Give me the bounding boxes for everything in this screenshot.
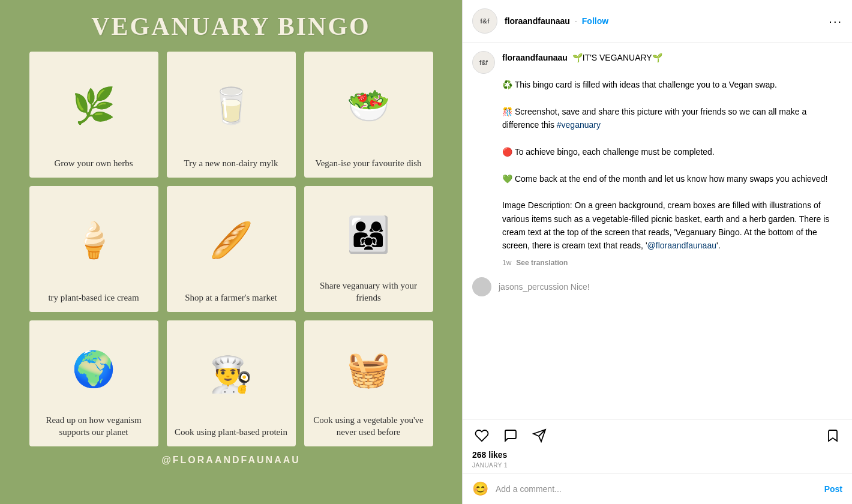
bingo-panel: VEGANUARY BINGO 🌿Grow your own herbs🥛Try…	[0, 0, 462, 504]
more-options-button[interactable]: ···	[829, 14, 842, 28]
cell-share: 👨‍👩‍👧Share veganuary with your friends	[304, 186, 433, 312]
caption-username[interactable]: floraandfaunaau	[502, 53, 568, 62]
cell-protein-label: Cook using plant-based protein	[175, 427, 287, 439]
share-button[interactable]	[530, 426, 549, 445]
post-comment-button[interactable]: Post	[824, 484, 842, 494]
cell-veganise-label: Vegan-ise your favourite dish	[315, 158, 421, 170]
comment-input-row: 😊 Post	[463, 473, 852, 504]
caption-body: floraandfaunaau 🌱IT'S VEGANUARY🌱 ♻️ This…	[502, 51, 842, 269]
post-content: f&f floraandfaunaau 🌱IT'S VEGANUARY🌱 ♻️ …	[463, 43, 852, 419]
cell-herbs: 🌿Grow your own herbs	[29, 52, 158, 178]
cell-protein-emoji: 👨‍🍳	[209, 357, 253, 392]
see-translation-button[interactable]: See translation	[516, 257, 568, 269]
comment-input[interactable]	[496, 484, 817, 494]
cell-planet-emoji: 🌍	[72, 352, 115, 386]
cell-planet: 🌍Read up on how veganism supports our pl…	[29, 320, 158, 446]
cell-icecream-illustration: 🍦	[35, 192, 152, 289]
cell-share-illustration: 👨‍👩‍👧	[310, 192, 427, 277]
cell-vegetable-label: Cook using a vegetable you've never used…	[310, 415, 427, 438]
caption-time-row: 1w See translation	[502, 257, 842, 269]
caption-row: f&f floraandfaunaau 🌱IT'S VEGANUARY🌱 ♻️ …	[472, 51, 842, 269]
cell-market-emoji: 🥖	[209, 223, 253, 257]
post-date: JANUARY 1	[472, 462, 842, 469]
caption-text: 🌱IT'S VEGANUARY🌱 ♻️ This bingo card is f…	[502, 53, 832, 250]
cell-icecream: 🍦try plant-based ice cream	[29, 186, 158, 312]
bingo-footer: @FLORAANDFAUNAAU	[161, 455, 301, 466]
emoji-picker-button[interactable]: 😊	[472, 481, 488, 497]
cell-protein: 👨‍🍳Cook using plant-based protein	[167, 320, 296, 446]
cell-veganise: 🥗Vegan-ise your favourite dish	[304, 52, 433, 178]
mention-link[interactable]: @floraandfaunaau	[647, 241, 716, 250]
cell-mylk-emoji: 🥛	[209, 88, 253, 123]
cell-mylk-label: Try a new non-dairy mylk	[184, 158, 278, 170]
cell-veganise-illustration: 🥗	[310, 58, 427, 154]
cell-herbs-illustration: 🌿	[35, 58, 152, 154]
comment-button[interactable]	[501, 426, 520, 445]
hashtag-link[interactable]: #veganuary	[557, 120, 601, 130]
bookmark-button[interactable]	[823, 426, 842, 445]
instagram-post-panel: f&f floraandfaunaau · Follow ··· f&f flo…	[462, 0, 852, 504]
cell-planet-label: Read up on how veganism supports our pla…	[35, 415, 152, 438]
dot-separator: ·	[575, 16, 577, 26]
avatar: f&f	[472, 8, 497, 34]
comment-text: jasons_percussion Nice!	[499, 282, 590, 292]
caption-time: 1w	[502, 257, 511, 269]
cell-icecream-emoji: 🍦	[72, 223, 115, 257]
heart-icon	[475, 428, 489, 443]
caption-text-segment: '.	[716, 241, 721, 250]
cell-herbs-emoji: 🌿	[72, 88, 115, 123]
cell-share-emoji: 👨‍👩‍👧	[347, 217, 390, 252]
cell-mylk-illustration: 🥛	[173, 58, 290, 154]
caption-text-segment: 🔴 To achieve bingo, each challenge must …	[502, 147, 832, 251]
cell-vegetable-emoji: 🧺	[347, 352, 390, 386]
cell-mylk: 🥛Try a new non-dairy mylk	[167, 52, 296, 178]
post-header-info: floraandfaunaau · Follow	[505, 16, 829, 26]
cell-veganise-emoji: 🥗	[347, 88, 390, 123]
cell-vegetable-illustration: 🧺	[310, 326, 427, 411]
caption-text-segment: 🌱IT'S VEGANUARY🌱 ♻️ This bingo card is f…	[502, 53, 809, 130]
bingo-grid: 🌿Grow your own herbs🥛Try a new non-dairy…	[29, 52, 433, 446]
cell-icecream-label: try plant-based ice cream	[48, 292, 139, 304]
like-button[interactable]	[472, 426, 491, 445]
cell-share-label: Share veganuary with your friends	[310, 280, 427, 304]
cell-herbs-label: Grow your own herbs	[54, 158, 133, 170]
cell-market-label: Shop at a farmer's market	[185, 292, 277, 304]
post-header: f&f floraandfaunaau · Follow ···	[463, 0, 852, 43]
send-icon	[532, 428, 547, 443]
follow-button[interactable]: Follow	[582, 16, 608, 26]
action-icons	[472, 426, 842, 445]
comment-icon	[503, 428, 518, 443]
comment-preview: jasons_percussion Nice!	[472, 277, 842, 301]
bingo-title: VEGANUARY BINGO	[91, 12, 371, 41]
comment-avatar	[472, 277, 491, 296]
cell-planet-illustration: 🌍	[35, 326, 152, 411]
action-bar: 268 likes JANUARY 1	[463, 419, 852, 473]
cell-protein-illustration: 👨‍🍳	[173, 326, 290, 423]
header-username[interactable]: floraandfaunaau	[505, 16, 570, 26]
caption-avatar: f&f	[472, 51, 495, 74]
cell-market: 🥖Shop at a farmer's market	[167, 186, 296, 312]
bookmark-icon	[826, 428, 840, 443]
cell-vegetable: 🧺Cook using a vegetable you've never use…	[304, 320, 433, 446]
cell-market-illustration: 🥖	[173, 192, 290, 289]
likes-count: 268 likes	[472, 450, 842, 460]
